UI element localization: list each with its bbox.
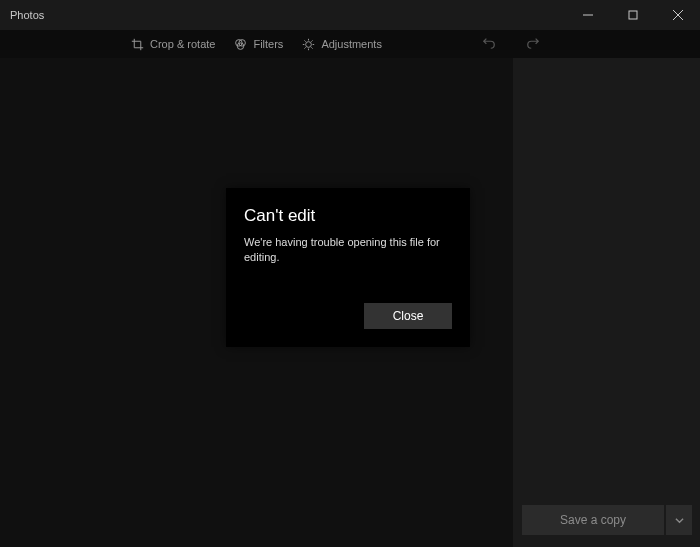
error-dialog: Can't edit We're having trouble opening … [226, 188, 470, 348]
dialog-message: We're having trouble opening this file f… [244, 235, 452, 266]
dialog-close-button[interactable]: Close [364, 303, 452, 329]
dialog-overlay: Can't edit We're having trouble opening … [0, 0, 700, 547]
dialog-title: Can't edit [244, 206, 452, 226]
